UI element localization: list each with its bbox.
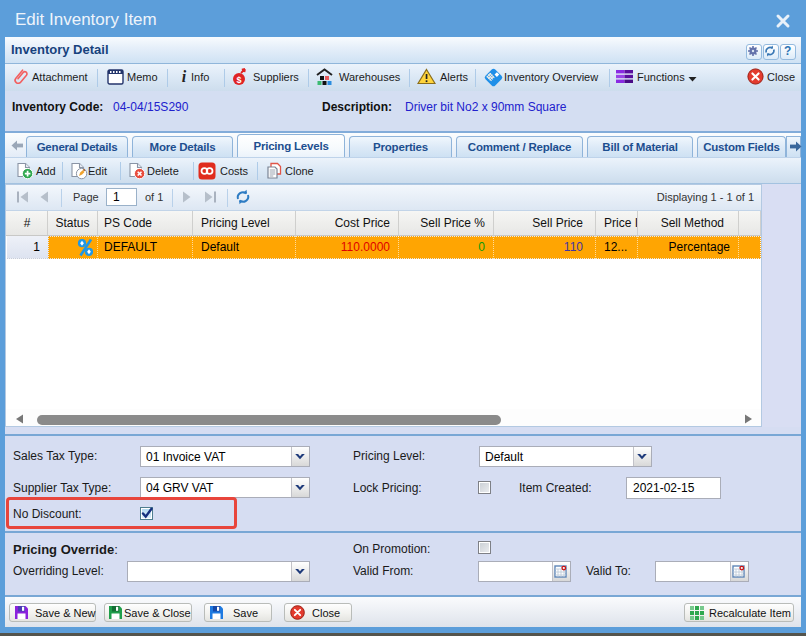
svg-text:i: i xyxy=(182,68,187,85)
svg-text:$: $ xyxy=(236,75,241,85)
